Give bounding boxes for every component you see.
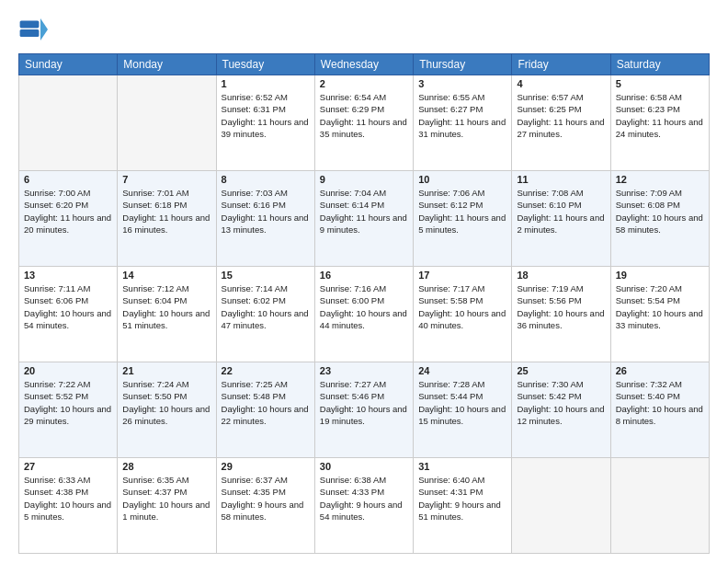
daylight-label: Daylight: 11 hours and 16 minutes.: [122, 213, 210, 235]
sunset-label: Sunset: 5:58 PM: [418, 295, 483, 305]
day-info: Sunrise: 7:30 AM Sunset: 5:42 PM Dayligh…: [517, 378, 605, 427]
week-row-4: 20 Sunrise: 7:22 AM Sunset: 5:52 PM Dayl…: [19, 362, 710, 458]
calendar-cell: 19 Sunrise: 7:20 AM Sunset: 5:54 PM Dayl…: [610, 267, 709, 362]
day-number: 2: [320, 78, 408, 89]
sunset-label: Sunset: 6:29 PM: [320, 104, 384, 114]
sunset-label: Sunset: 6:18 PM: [122, 200, 187, 210]
svg-rect-1: [20, 29, 40, 37]
calendar-cell: 15 Sunrise: 7:14 AM Sunset: 6:02 PM Dayl…: [216, 267, 314, 362]
day-number: 13: [24, 270, 112, 281]
sunrise-label: Sunrise: 7:04 AM: [320, 188, 386, 198]
weekday-sunday: Sunday: [19, 54, 118, 75]
day-number: 18: [517, 270, 605, 281]
sunrise-label: Sunrise: 7:08 AM: [517, 188, 583, 198]
weekday-friday: Friday: [512, 54, 610, 75]
day-number: 4: [517, 78, 605, 89]
calendar-cell: 18 Sunrise: 7:19 AM Sunset: 5:56 PM Dayl…: [512, 267, 610, 362]
calendar-cell: 20 Sunrise: 7:22 AM Sunset: 5:52 PM Dayl…: [19, 362, 118, 458]
sunrise-label: Sunrise: 7:12 AM: [122, 283, 188, 293]
daylight-label: Daylight: 10 hours and 40 minutes.: [418, 308, 506, 330]
day-number: 20: [24, 365, 112, 376]
day-info: Sunrise: 7:12 AM Sunset: 6:04 PM Dayligh…: [122, 282, 210, 331]
day-info: Sunrise: 7:06 AM Sunset: 6:12 PM Dayligh…: [418, 187, 506, 236]
sunrise-label: Sunrise: 6:57 AM: [517, 92, 583, 102]
day-info: Sunrise: 7:24 AM Sunset: 5:50 PM Dayligh…: [122, 378, 210, 427]
day-info: Sunrise: 7:32 AM Sunset: 5:40 PM Dayligh…: [616, 378, 704, 427]
daylight-label: Daylight: 11 hours and 27 minutes.: [517, 117, 604, 139]
sunrise-label: Sunrise: 7:17 AM: [418, 283, 484, 293]
sunset-label: Sunset: 6:31 PM: [222, 104, 286, 114]
sunset-label: Sunset: 4:31 PM: [418, 487, 483, 497]
daylight-label: Daylight: 10 hours and 44 minutes.: [320, 308, 407, 330]
sunrise-label: Sunrise: 7:22 AM: [24, 379, 90, 389]
day-info: Sunrise: 7:01 AM Sunset: 6:18 PM Dayligh…: [122, 187, 210, 236]
day-number: 3: [418, 78, 506, 89]
day-number: 14: [122, 270, 210, 281]
week-row-2: 6 Sunrise: 7:00 AM Sunset: 6:20 PM Dayli…: [19, 171, 710, 267]
logo-icon: [18, 15, 48, 44]
daylight-label: Daylight: 9 hours and 58 minutes.: [222, 500, 304, 522]
sunset-label: Sunset: 4:38 PM: [24, 487, 88, 497]
daylight-label: Daylight: 9 hours and 54 minutes.: [320, 500, 403, 522]
sunset-label: Sunset: 6:04 PM: [122, 295, 187, 305]
sunset-label: Sunset: 6:16 PM: [222, 200, 286, 210]
sunrise-label: Sunrise: 6:52 AM: [222, 92, 288, 102]
sunrise-label: Sunrise: 7:01 AM: [122, 188, 188, 198]
daylight-label: Daylight: 11 hours and 24 minutes.: [616, 117, 703, 139]
day-info: Sunrise: 7:08 AM Sunset: 6:10 PM Dayligh…: [517, 187, 605, 236]
week-row-3: 13 Sunrise: 7:11 AM Sunset: 6:06 PM Dayl…: [19, 267, 710, 362]
sunset-label: Sunset: 6:20 PM: [24, 200, 88, 210]
daylight-label: Daylight: 10 hours and 36 minutes.: [517, 308, 604, 330]
sunset-label: Sunset: 6:27 PM: [418, 104, 483, 114]
day-number: 31: [418, 461, 506, 472]
sunrise-label: Sunrise: 7:27 AM: [320, 379, 386, 389]
calendar-cell: 3 Sunrise: 6:55 AM Sunset: 6:27 PM Dayli…: [414, 75, 512, 171]
day-info: Sunrise: 6:40 AM Sunset: 4:31 PM Dayligh…: [418, 474, 506, 523]
sunrise-label: Sunrise: 7:20 AM: [616, 283, 682, 293]
sunrise-label: Sunrise: 7:09 AM: [616, 188, 682, 198]
week-row-1: 1 Sunrise: 6:52 AM Sunset: 6:31 PM Dayli…: [19, 75, 710, 171]
day-number: 16: [320, 270, 408, 281]
sunrise-label: Sunrise: 7:14 AM: [222, 283, 288, 293]
sunset-label: Sunset: 5:56 PM: [517, 295, 581, 305]
sunset-label: Sunset: 6:14 PM: [320, 200, 384, 210]
sunrise-label: Sunrise: 7:30 AM: [517, 379, 583, 389]
sunrise-label: Sunrise: 7:32 AM: [616, 379, 682, 389]
calendar-cell: 1 Sunrise: 6:52 AM Sunset: 6:31 PM Dayli…: [216, 75, 314, 171]
sunset-label: Sunset: 4:35 PM: [222, 487, 286, 497]
day-number: 11: [517, 174, 605, 185]
daylight-label: Daylight: 10 hours and 54 minutes.: [24, 308, 111, 330]
sunrise-label: Sunrise: 6:58 AM: [616, 92, 682, 102]
calendar-cell: 8 Sunrise: 7:03 AM Sunset: 6:16 PM Dayli…: [216, 171, 314, 267]
sunset-label: Sunset: 5:42 PM: [517, 391, 581, 401]
sunset-label: Sunset: 4:37 PM: [122, 487, 187, 497]
day-number: 17: [418, 270, 506, 281]
calendar-cell: 25 Sunrise: 7:30 AM Sunset: 5:42 PM Dayl…: [512, 362, 610, 458]
calendar-cell: 21 Sunrise: 7:24 AM Sunset: 5:50 PM Dayl…: [118, 362, 216, 458]
day-number: 1: [222, 78, 310, 89]
sunset-label: Sunset: 5:48 PM: [222, 391, 286, 401]
calendar-cell: 26 Sunrise: 7:32 AM Sunset: 5:40 PM Dayl…: [610, 362, 709, 458]
weekday-tuesday: Tuesday: [216, 54, 314, 75]
day-info: Sunrise: 7:20 AM Sunset: 5:54 PM Dayligh…: [616, 282, 704, 331]
weekday-header-row: SundayMondayTuesdayWednesdayThursdayFrid…: [19, 54, 710, 75]
day-number: 8: [222, 174, 310, 185]
day-number: 10: [418, 174, 506, 185]
calendar-cell: 12 Sunrise: 7:09 AM Sunset: 6:08 PM Dayl…: [610, 171, 709, 267]
sunrise-label: Sunrise: 6:38 AM: [320, 475, 386, 485]
weekday-thursday: Thursday: [414, 54, 512, 75]
day-info: Sunrise: 6:54 AM Sunset: 6:29 PM Dayligh…: [320, 91, 408, 140]
calendar-cell: 7 Sunrise: 7:01 AM Sunset: 6:18 PM Dayli…: [118, 171, 216, 267]
daylight-label: Daylight: 10 hours and 1 minute.: [122, 500, 210, 522]
sunset-label: Sunset: 5:40 PM: [616, 391, 680, 401]
day-number: 24: [418, 365, 506, 376]
sunset-label: Sunset: 6:00 PM: [320, 295, 384, 305]
calendar-cell: 28 Sunrise: 6:35 AM Sunset: 4:37 PM Dayl…: [118, 458, 216, 554]
calendar-cell: 6 Sunrise: 7:00 AM Sunset: 6:20 PM Dayli…: [19, 171, 118, 267]
day-info: Sunrise: 7:17 AM Sunset: 5:58 PM Dayligh…: [418, 282, 506, 331]
sunrise-label: Sunrise: 6:40 AM: [418, 475, 484, 485]
sunrise-label: Sunrise: 6:33 AM: [24, 475, 90, 485]
sunrise-label: Sunrise: 7:16 AM: [320, 283, 386, 293]
calendar-cell: 2 Sunrise: 6:54 AM Sunset: 6:29 PM Dayli…: [314, 75, 413, 171]
calendar-cell: 17 Sunrise: 7:17 AM Sunset: 5:58 PM Dayl…: [414, 267, 512, 362]
